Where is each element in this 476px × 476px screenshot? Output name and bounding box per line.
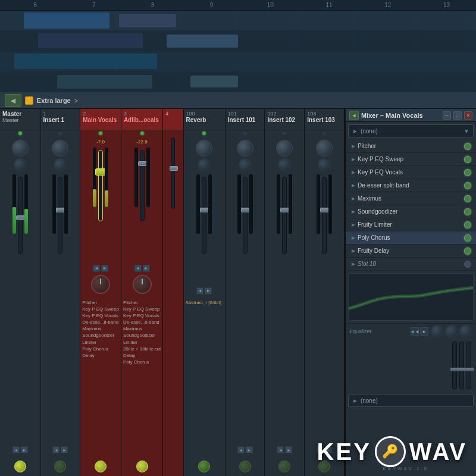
toolbar-color-btn[interactable] bbox=[25, 96, 33, 105]
panel-logo-btn[interactable]: ◄ bbox=[349, 111, 359, 120]
send-knob-main-vocals[interactable] bbox=[95, 461, 107, 472]
panel-bottom-dropdown[interactable]: ► (none) bbox=[348, 394, 474, 407]
knob-reverb-vol[interactable] bbox=[196, 140, 212, 156]
fader-insert102[interactable] bbox=[282, 177, 287, 254]
plugin-led-eq-sweep[interactable] bbox=[464, 156, 471, 163]
plugin-row-name: Maximus bbox=[358, 195, 464, 202]
meter-insert101-r bbox=[249, 174, 253, 234]
plugin-led-de-esser[interactable] bbox=[464, 182, 471, 189]
plugin-row-eq-vocals[interactable]: ► Key P EQ Vocals bbox=[346, 166, 476, 179]
insert1-nav-left[interactable]: ◄ bbox=[52, 446, 60, 453]
send-knob-adlib[interactable] bbox=[136, 461, 148, 472]
knob-insert1-vol[interactable] bbox=[52, 140, 68, 156]
insert1-nav-right[interactable]: ► bbox=[61, 446, 68, 453]
plugin-row-poly-chorus[interactable]: ► Poly Chorus bbox=[346, 231, 476, 245]
plugin-led-soundgoodizer[interactable] bbox=[464, 208, 471, 215]
plugin-item: Key P EQ Sweep bbox=[82, 306, 119, 312]
plugin-item: Pitcher bbox=[82, 299, 119, 306]
eq-knob-2[interactable] bbox=[445, 325, 458, 338]
plugin-row-maximus[interactable]: ► Maximus bbox=[346, 192, 476, 205]
panel-fader-1[interactable] bbox=[452, 342, 457, 389]
plugin-led-fruity-limiter[interactable] bbox=[464, 221, 471, 228]
reverb-nav-right[interactable]: ► bbox=[205, 287, 212, 295]
knob-master-pan[interactable] bbox=[14, 158, 27, 171]
master-nav-right[interactable]: ► bbox=[21, 446, 28, 453]
plugin-led-eq-vocals[interactable] bbox=[464, 169, 471, 176]
eq-knob-1[interactable] bbox=[431, 325, 444, 338]
plugin-led-poly-chorus[interactable] bbox=[464, 234, 471, 242]
insert102-nav-right[interactable]: ► bbox=[285, 446, 292, 453]
insert101-nav-right[interactable]: ► bbox=[246, 446, 253, 453]
bottom-dropdown-text: (none) bbox=[361, 397, 469, 404]
knob-insert101-pan[interactable] bbox=[239, 158, 252, 171]
panel-min-btn[interactable]: − bbox=[443, 111, 451, 120]
plugin-led-maximus[interactable] bbox=[464, 195, 471, 202]
eq-knob-main-vocals[interactable] bbox=[91, 275, 110, 294]
plugin-item: Pitcher bbox=[123, 299, 161, 306]
plugin-item: Key P EQ Vocals bbox=[123, 312, 161, 319]
timeline-area: 6 7 8 9 10 11 12 13 bbox=[0, 0, 476, 92]
panel-close-btn[interactable]: × bbox=[464, 111, 472, 120]
plugin-row-name: Key P EQ Sweep bbox=[358, 156, 464, 162]
insert102-nav-left[interactable]: ◄ bbox=[277, 446, 284, 453]
knob-insert102-pan[interactable] bbox=[278, 158, 291, 171]
panel-preset-dropdown[interactable]: ► (none) ▼ bbox=[348, 124, 474, 137]
send-knob-reverb[interactable] bbox=[198, 461, 210, 472]
send-knob-master[interactable] bbox=[14, 461, 26, 472]
plugin-item: Delay bbox=[82, 352, 119, 359]
plugin-row-slot10[interactable]: ► Slot 10 bbox=[346, 258, 476, 271]
plugin-row-pitcher[interactable]: ► Pitcher bbox=[346, 140, 476, 153]
eq-arrow-right-btn[interactable]: ► bbox=[420, 327, 428, 336]
fader-insert103[interactable] bbox=[322, 177, 327, 254]
fader-master[interactable] bbox=[18, 177, 23, 254]
mixer-panel: ◄ Mixer – Main Vocals − □ × ► (none) ▼ ►… bbox=[345, 109, 476, 476]
meter-insert103-l bbox=[317, 174, 320, 234]
keywav-wav-text: WAV bbox=[409, 439, 467, 465]
timeline-row-2 bbox=[0, 31, 476, 51]
main-vocals-nav-left[interactable]: ◄ bbox=[93, 265, 100, 272]
ruler-mark-11: 11 bbox=[300, 2, 359, 8]
knob-insert103-vol[interactable] bbox=[316, 140, 333, 156]
master-nav-left[interactable]: ◄ bbox=[12, 446, 20, 453]
channel-insert1-name: Insert 1 bbox=[43, 117, 77, 123]
plugin-row-fruity-delay[interactable]: ► Fruity Delay bbox=[346, 245, 476, 258]
timeline-row-3 bbox=[0, 52, 476, 72]
eq-knob-3[interactable] bbox=[459, 325, 472, 338]
plugin-led-slot10[interactable] bbox=[464, 261, 471, 268]
plugin-row-soundgoodizer[interactable]: ► Soundgoodizer bbox=[346, 205, 476, 218]
panel-fader-3[interactable] bbox=[466, 342, 471, 389]
timeline-row-4 bbox=[0, 72, 476, 92]
plugin-row-de-esser[interactable]: ► De-esser split-band bbox=[346, 179, 476, 192]
eq-knob-adlib[interactable] bbox=[133, 275, 152, 294]
fader-reverb[interactable] bbox=[202, 177, 206, 254]
send-knob-insert102[interactable] bbox=[278, 461, 290, 472]
meter-insert103-r bbox=[328, 174, 332, 234]
fader-main-vocals[interactable] bbox=[98, 150, 103, 221]
fader-insert101[interactable] bbox=[243, 177, 248, 254]
reverb-nav-left[interactable]: ◄ bbox=[196, 287, 203, 295]
plugin-led-fruity-delay[interactable] bbox=[464, 248, 471, 255]
plugin-row-eq-sweep[interactable]: ► Key P EQ Sweep bbox=[346, 153, 476, 166]
knob-insert101-vol[interactable] bbox=[237, 140, 253, 156]
timeline-ruler: 6 7 8 9 10 11 12 13 bbox=[0, 0, 476, 11]
toolbar-nav-btn[interactable]: ◄ bbox=[5, 94, 21, 107]
eq-arrow-left-btn[interactable]: ◄◄ bbox=[411, 327, 419, 336]
plugin-led-pitcher[interactable] bbox=[464, 143, 471, 150]
fader-insert4[interactable] bbox=[171, 137, 175, 209]
adlib-nav-left[interactable]: ◄ bbox=[134, 265, 142, 272]
knob-reverb-pan[interactable] bbox=[198, 158, 211, 171]
knob-insert102-vol[interactable] bbox=[276, 140, 293, 156]
plugin-row-fruity-limiter[interactable]: ► Fruity Limiter bbox=[346, 218, 476, 231]
adlib-nav-right[interactable]: ► bbox=[143, 265, 150, 272]
main-vocals-nav-right[interactable]: ► bbox=[101, 265, 108, 272]
fader-insert1[interactable] bbox=[58, 177, 62, 254]
insert101-nav-left[interactable]: ◄ bbox=[237, 446, 245, 453]
panel-fader-2[interactable] bbox=[459, 342, 464, 389]
send-knob-insert1[interactable] bbox=[54, 461, 66, 472]
knob-insert103-pan[interactable] bbox=[318, 158, 331, 171]
knob-master-vol[interactable] bbox=[12, 140, 29, 156]
fader-adlib[interactable] bbox=[140, 150, 145, 221]
panel-max-btn[interactable]: □ bbox=[453, 111, 462, 120]
send-knob-insert101[interactable] bbox=[239, 461, 251, 472]
knob-insert1-pan[interactable] bbox=[54, 158, 67, 171]
